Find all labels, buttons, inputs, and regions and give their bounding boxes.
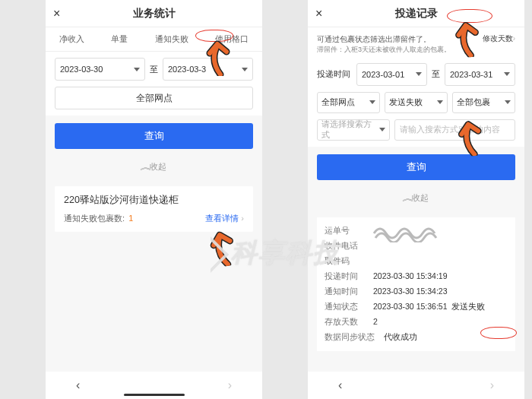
result-card: 220驿站版沙河街道快递柜 通知失败包裹数: 1 查看详情 › <box>55 186 253 232</box>
notify-time-value: 2023-03-30 15:34:23 <box>373 287 508 297</box>
phone-label: 收件电话 <box>325 241 373 252</box>
date-to-value: 2023-03-3 <box>168 65 206 74</box>
date-label: 投递时间 <box>317 68 350 80</box>
notify-status-value: 发送失败 <box>451 302 485 311</box>
card-title: 220驿站版沙河街道快递柜 <box>64 194 244 207</box>
deliver-time-label: 投递时间 <box>325 271 373 282</box>
query-button[interactable]: 查询 <box>55 123 253 149</box>
code-value <box>373 256 508 267</box>
annotation-arrow <box>205 40 237 76</box>
days-label: 存放天数 <box>325 317 373 328</box>
status-select[interactable]: 发送失败 <box>385 92 448 113</box>
caret-down-icon <box>379 128 385 131</box>
close-icon[interactable]: × <box>315 7 322 21</box>
fail-count-value: 1 <box>128 214 133 223</box>
bottom-nav: ‹ › <box>308 372 524 399</box>
page-title: 业务统计 <box>46 7 262 21</box>
modify-days-link[interactable]: 修改天数› <box>483 33 515 44</box>
annotation-arrow <box>207 227 245 269</box>
tab-volume[interactable]: 单量 <box>108 29 131 49</box>
caret-down-icon <box>369 100 375 104</box>
date-to[interactable]: 2023-03-31 <box>445 63 515 86</box>
days-value: 2 <box>373 317 508 328</box>
bottom-nav: ‹ › <box>46 372 262 399</box>
home-indicator <box>124 394 185 396</box>
notify-time-label: 通知时间 <box>325 287 373 297</box>
tab-notify-fail[interactable]: 通知失败 <box>152 29 192 49</box>
header: × 业务统计 <box>46 0 262 27</box>
phone-right: × 投递记录 可通过包裹状态筛选出滞留件了。 滞留件：入柜3天还未被收件人取走的… <box>308 0 524 399</box>
chevron-up-icon: ︽ <box>402 193 414 204</box>
caret-down-icon <box>416 72 422 76</box>
caret-down-icon <box>504 72 510 76</box>
fail-count-label: 通知失败包裹数: 1 <box>64 213 133 224</box>
nav-prev[interactable]: ‹ <box>76 378 80 392</box>
date-separator: 至 <box>150 64 158 75</box>
caret-down-icon <box>505 100 511 104</box>
nav-next: › <box>490 378 494 392</box>
sync-label: 数据同步状态 <box>325 332 384 343</box>
notify-status-time: 2023-03-30 15:36:51 <box>373 302 448 311</box>
filters: 投递时间 2023-03-01 至 2023-03-31 全部网点 发送失败 全… <box>308 57 524 147</box>
annotation-arrow <box>453 20 487 59</box>
date-from[interactable]: 2023-03-01 <box>356 63 427 86</box>
query-button[interactable]: 查询 <box>317 154 515 180</box>
tracking-label: 运单号 <box>325 226 373 236</box>
chevron-right-icon: › <box>513 34 515 43</box>
nav-prev[interactable]: ‹ <box>338 378 342 392</box>
annotation-arrow <box>456 118 492 157</box>
fold-toggle[interactable]: ︽收起 <box>308 188 524 211</box>
tab-income[interactable]: 净收入 <box>56 29 87 49</box>
date-from-value: 2023-03-30 <box>60 65 103 74</box>
search-input[interactable]: 请输入搜索方式对应的内容 <box>394 119 515 141</box>
caret-down-icon <box>242 68 248 71</box>
page-title: 投递记录 <box>308 7 524 21</box>
site-select[interactable]: 全部网点 <box>317 92 380 113</box>
deliver-time-value: 2023-03-30 15:34:19 <box>373 271 508 282</box>
code-label: 取件码 <box>325 256 373 267</box>
chevron-right-icon: › <box>241 214 244 223</box>
annotation-oval <box>480 327 517 339</box>
date-from[interactable]: 2023-03-30 <box>55 58 145 81</box>
caret-down-icon <box>437 100 443 104</box>
redaction-scribble <box>372 223 441 242</box>
notify-status-label: 通知状态 <box>325 302 373 312</box>
search-mode-select[interactable]: 请选择搜索方式 <box>317 119 390 141</box>
date-separator: 至 <box>432 68 440 80</box>
package-select[interactable]: 全部包裹 <box>452 92 515 113</box>
tip-line2: 滞留件：入柜3天还未被收件人取走的包裹。 <box>317 45 478 55</box>
fold-toggle[interactable]: ︽收起 <box>46 157 262 180</box>
close-icon[interactable]: × <box>53 7 60 21</box>
all-sites-button[interactable]: 全部网点 <box>55 87 253 109</box>
view-detail-link[interactable]: 查看详情 › <box>205 213 244 224</box>
nav-next: › <box>228 378 232 392</box>
chevron-up-icon: ︽ <box>140 162 152 173</box>
caret-down-icon <box>134 68 140 71</box>
tip-banner: 可通过包裹状态筛选出滞留件了。 滞留件：入柜3天还未被收件人取走的包裹。 修改天… <box>308 27 524 57</box>
